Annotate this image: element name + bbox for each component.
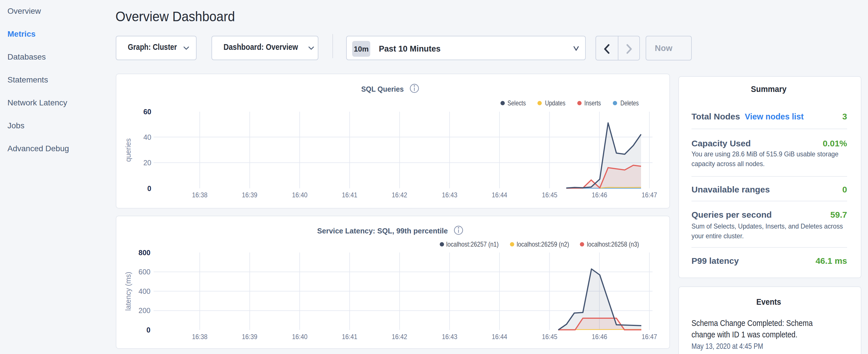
svg-text:60: 60 — [143, 108, 151, 116]
svg-text:16:41: 16:41 — [342, 191, 358, 199]
svg-text:Inserts: Inserts — [584, 99, 601, 107]
svg-text:localhost:26257 (n1): localhost:26257 (n1) — [446, 240, 499, 248]
svg-text:16:46: 16:46 — [592, 191, 607, 199]
svg-text:Selects: Selects — [507, 99, 526, 107]
svg-text:16:43: 16:43 — [442, 333, 457, 341]
svg-text:16:44: 16:44 — [492, 191, 507, 199]
svg-text:16:38: 16:38 — [192, 333, 208, 341]
svg-text:16:41: 16:41 — [342, 333, 358, 341]
svg-text:16:40: 16:40 — [292, 191, 308, 199]
svg-text:40: 40 — [143, 133, 151, 141]
svg-text:16:47: 16:47 — [642, 333, 657, 341]
svg-text:800: 800 — [138, 249, 150, 257]
svg-text:16:46: 16:46 — [592, 333, 607, 341]
svg-text:16:39: 16:39 — [242, 333, 257, 341]
svg-text:localhost:26258 (n3): localhost:26258 (n3) — [587, 240, 639, 248]
svg-text:16:44: 16:44 — [492, 333, 507, 341]
svg-text:16:39: 16:39 — [242, 191, 257, 199]
svg-text:16:45: 16:45 — [542, 333, 557, 341]
svg-text:16:42: 16:42 — [392, 191, 407, 199]
svg-text:600: 600 — [138, 268, 150, 276]
svg-text:Service Latency: SQL, 99th per: Service Latency: SQL, 99th percentile — [317, 227, 448, 235]
svg-text:16:47: 16:47 — [642, 191, 657, 199]
svg-text:16:43: 16:43 — [442, 191, 457, 199]
svg-text:localhost:26259 (n2): localhost:26259 (n2) — [517, 240, 569, 248]
svg-text:400: 400 — [138, 287, 150, 295]
svg-text:200: 200 — [138, 307, 150, 315]
svg-text:0: 0 — [147, 326, 150, 334]
svg-text:0: 0 — [147, 185, 151, 192]
svg-text:16:38: 16:38 — [192, 191, 208, 199]
svg-text:16:45: 16:45 — [542, 191, 557, 199]
svg-text:latency (ms): latency (ms) — [124, 272, 132, 311]
svg-text:20: 20 — [143, 159, 151, 167]
svg-text:queries: queries — [124, 138, 132, 162]
svg-text:16:40: 16:40 — [292, 333, 308, 341]
svg-text:16:42: 16:42 — [392, 333, 407, 341]
svg-text:SQL Queries: SQL Queries — [361, 85, 404, 93]
svg-text:Deletes: Deletes — [620, 99, 639, 107]
svg-text:Updates: Updates — [545, 99, 565, 107]
